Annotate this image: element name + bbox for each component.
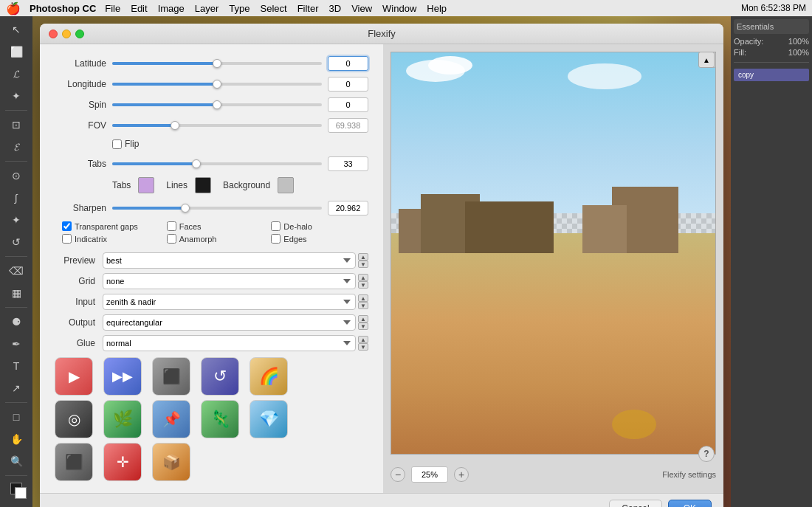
- tool-crop[interactable]: ⊡: [4, 114, 28, 135]
- glue-up-arrow[interactable]: ▲: [358, 336, 368, 343]
- glue-select[interactable]: normal blend replace: [103, 335, 356, 351]
- spin-thumb[interactable]: [213, 100, 221, 109]
- latitude-slider-track[interactable]: [112, 62, 322, 65]
- preview-up-arrow[interactable]: ▲: [358, 253, 368, 261]
- menu-help[interactable]: Help: [427, 3, 447, 14]
- output-up-arrow[interactable]: ▲: [358, 315, 368, 323]
- icon-play-red[interactable]: ▶: [55, 357, 93, 396]
- input-down-arrow[interactable]: ▼: [358, 302, 368, 309]
- menu-layer[interactable]: Layer: [195, 3, 219, 14]
- input-up-arrow[interactable]: ▲: [358, 294, 368, 302]
- output-select[interactable]: equirectangular rectilinear fisheye: [103, 314, 356, 331]
- menu-type[interactable]: Type: [229, 3, 250, 14]
- icon-pin[interactable]: 📌: [152, 400, 190, 438]
- faces-checkbox[interactable]: [167, 221, 176, 231]
- longitude-slider-track[interactable]: [112, 83, 322, 86]
- icon-gem[interactable]: 💎: [250, 400, 288, 438]
- sharpen-slider-track[interactable]: [112, 207, 322, 210]
- tool-magic-wand[interactable]: ✦: [4, 86, 28, 106]
- edges-checkbox[interactable]: [271, 234, 281, 244]
- grid-down-arrow[interactable]: ▼: [358, 281, 368, 289]
- glue-down-arrow[interactable]: ▼: [358, 343, 368, 351]
- tool-dodge[interactable]: ⚈: [4, 311, 28, 332]
- menu-file[interactable]: File: [105, 3, 120, 14]
- zoom-plus-button[interactable]: +: [454, 467, 469, 482]
- menu-image[interactable]: Image: [158, 3, 185, 14]
- tool-lasso[interactable]: 𝓛: [4, 63, 28, 84]
- tabs-color-swatch[interactable]: [138, 177, 154, 193]
- tabs-thumb[interactable]: [192, 159, 201, 168]
- cancel-button[interactable]: Cancel: [609, 500, 661, 507]
- fov-slider-track[interactable]: [112, 124, 322, 127]
- tool-hand[interactable]: ✋: [4, 429, 28, 449]
- fov-input[interactable]: [328, 118, 368, 133]
- icon-circle[interactable]: ◎: [55, 400, 93, 438]
- foreground-color[interactable]: [4, 480, 28, 500]
- tool-pen[interactable]: ✒: [4, 334, 28, 354]
- sharpen-thumb[interactable]: [181, 204, 190, 213]
- sharpen-input[interactable]: [328, 201, 368, 215]
- icon-rotate[interactable]: ↺: [201, 357, 239, 396]
- menu-select[interactable]: Select: [260, 3, 286, 14]
- icon-animal[interactable]: 🦎: [201, 400, 239, 438]
- tool-eraser[interactable]: ⌫: [4, 261, 28, 281]
- tool-eyedropper[interactable]: 𝓔: [4, 137, 28, 157]
- tool-select-rect[interactable]: ⬜: [4, 41, 28, 62]
- help-button[interactable]: ?: [698, 446, 715, 462]
- tool-brush[interactable]: ∫: [4, 187, 28, 208]
- ok-button[interactable]: OK: [668, 500, 712, 507]
- de-halo-checkbox[interactable]: [271, 221, 281, 231]
- apple-menu[interactable]: 🍎: [6, 1, 21, 15]
- lines-color-swatch[interactable]: [195, 177, 211, 193]
- tool-zoom[interactable]: 🔍: [4, 451, 28, 472]
- tool-gradient[interactable]: ▦: [4, 283, 28, 303]
- tool-history-brush[interactable]: ↺: [4, 232, 28, 252]
- tool-clone[interactable]: ✦: [4, 210, 28, 230]
- close-button[interactable]: [49, 30, 58, 38]
- spin-slider-track[interactable]: [112, 103, 322, 106]
- tool-shape[interactable]: □: [4, 407, 28, 427]
- menu-3d[interactable]: 3D: [329, 3, 342, 14]
- tool-spot-heal[interactable]: ⊙: [4, 165, 28, 186]
- minimize-button[interactable]: [62, 30, 71, 38]
- maximize-button[interactable]: [75, 30, 84, 38]
- icon-leaf[interactable]: 🌿: [103, 400, 142, 438]
- tool-move[interactable]: ↖: [4, 19, 28, 40]
- indicatrix-checkbox[interactable]: [62, 234, 72, 244]
- input-select[interactable]: zenith & nadir equirectangular fisheye: [103, 294, 356, 310]
- zoom-minus-button[interactable]: −: [390, 467, 405, 482]
- latitude-input[interactable]: [328, 56, 368, 71]
- zoom-input[interactable]: [411, 466, 448, 483]
- menu-filter[interactable]: Filter: [297, 3, 319, 14]
- icon-cube[interactable]: ⬛: [152, 357, 190, 396]
- fill-value[interactable]: 100%: [788, 48, 809, 57]
- transparent-gaps-checkbox[interactable]: [62, 221, 72, 231]
- icon-play-blue[interactable]: ▶▶: [103, 357, 142, 396]
- opacity-value[interactable]: 100%: [788, 37, 809, 46]
- latitude-thumb[interactable]: [213, 59, 221, 68]
- preview-down-arrow[interactable]: ▼: [358, 261, 368, 268]
- longitude-input[interactable]: [328, 77, 368, 92]
- flip-checkbox[interactable]: [112, 139, 122, 149]
- anamorph-checkbox[interactable]: [167, 234, 176, 244]
- app-name[interactable]: Photoshop CC: [30, 3, 96, 14]
- grid-select[interactable]: none lines dots: [103, 273, 356, 289]
- icon-plus-cross[interactable]: ✛: [103, 443, 142, 481]
- tool-type[interactable]: T: [4, 356, 28, 376]
- output-down-arrow[interactable]: ▼: [358, 323, 368, 330]
- scroll-up-button[interactable]: ▲: [698, 52, 715, 68]
- grid-up-arrow[interactable]: ▲: [358, 274, 368, 281]
- tool-path-select[interactable]: ↗: [4, 378, 28, 399]
- tabs-input[interactable]: [328, 156, 368, 171]
- icon-square[interactable]: ⬛: [55, 443, 93, 481]
- background-color-swatch[interactable]: [278, 177, 294, 193]
- preview-select[interactable]: best fast draft: [103, 252, 356, 269]
- menu-view[interactable]: View: [351, 3, 372, 14]
- spin-input[interactable]: [328, 97, 368, 112]
- icon-box[interactable]: 📦: [152, 443, 190, 481]
- icon-rainbow[interactable]: 🌈: [250, 357, 288, 396]
- longitude-thumb[interactable]: [213, 80, 221, 89]
- fov-thumb[interactable]: [171, 121, 179, 130]
- menu-edit[interactable]: Edit: [131, 3, 147, 14]
- layer-copy-label[interactable]: copy: [734, 69, 809, 81]
